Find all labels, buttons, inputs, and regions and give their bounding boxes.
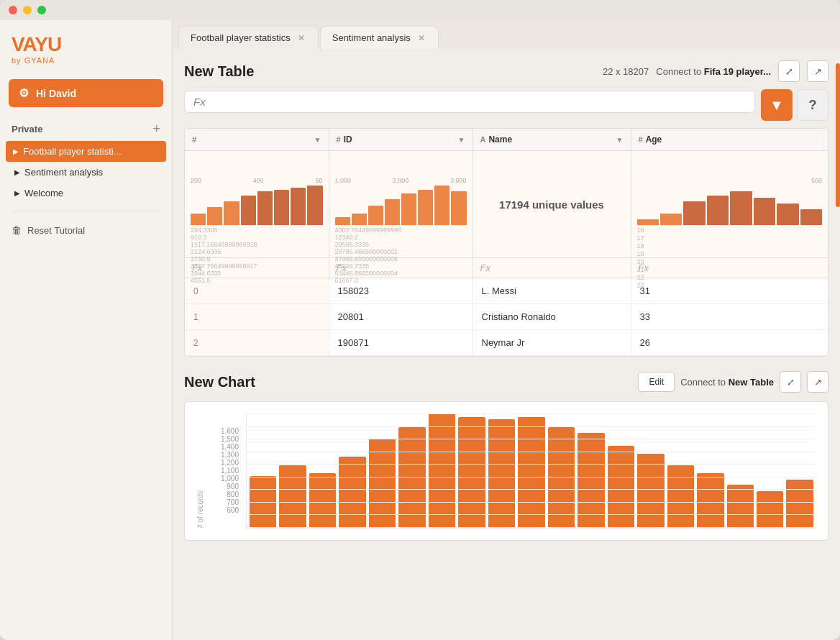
sidebar-item-welcome-label: Welcome bbox=[24, 188, 63, 198]
sidebar: VAYU by GYANA ⚙ Hi David Private + ▶ Foo… bbox=[0, 20, 173, 640]
chart-expand-button[interactable]: ⤢ bbox=[780, 371, 801, 393]
chart-bars-area bbox=[246, 413, 816, 529]
col-index-sort[interactable]: ▼ bbox=[314, 136, 321, 144]
private-section-header: Private + bbox=[0, 113, 172, 141]
table-meta: 22 x 18207 Connect to Fifa 19 player... … bbox=[603, 60, 828, 82]
chart-bar bbox=[667, 465, 694, 528]
chart-edit-button[interactable]: Edit bbox=[638, 372, 675, 392]
fx-bar-label: Fx bbox=[193, 96, 206, 108]
col-index-histogram: 200 400 60 bbox=[188, 175, 326, 233]
row-1-idx: 1 bbox=[185, 304, 329, 330]
chart-export-button[interactable]: ↗ bbox=[807, 371, 828, 393]
row-0-name: L. Messi bbox=[472, 278, 631, 304]
tab-sentiment-close[interactable]: ✕ bbox=[416, 33, 426, 43]
vayu-logo: VAYU bbox=[12, 33, 160, 56]
logo-area: VAYU by GYANA bbox=[0, 20, 172, 73]
help-button[interactable]: ? bbox=[797, 89, 828, 121]
scrollbar-thumb[interactable] bbox=[836, 63, 840, 207]
row-2-name: Neymar Jr bbox=[472, 330, 631, 356]
chart-bar bbox=[608, 446, 634, 528]
connect-target: Fifa 19 player... bbox=[704, 66, 771, 77]
hi-david-label: Hi David bbox=[36, 88, 76, 99]
tabs-bar: Football player statistics ✕ Sentiment a… bbox=[173, 20, 840, 49]
by-gyana-label: by GYANA bbox=[12, 56, 160, 65]
tab-football-label: Football player statistics bbox=[191, 32, 291, 43]
chart-connect-text: Connect to New Table bbox=[680, 377, 774, 388]
col-header-name: A Name ▼ bbox=[472, 129, 631, 151]
hi-david-button[interactable]: ⚙ Hi David bbox=[9, 79, 163, 107]
chart-bar bbox=[518, 417, 544, 528]
chart-bar bbox=[727, 485, 754, 528]
sidebar-item-welcome[interactable]: ▶ Welcome bbox=[0, 183, 172, 204]
sidebar-divider bbox=[12, 211, 160, 211]
connect-text: Connect to Fifa 19 player... bbox=[656, 66, 771, 77]
gear-icon: ⚙ bbox=[19, 86, 29, 100]
histogram-row: 200 400 60 bbox=[185, 151, 828, 258]
fx-bar: Fx bbox=[184, 91, 755, 113]
row-2-age: 26 bbox=[631, 330, 828, 356]
table-row: 1 20801 Cristiano Ronaldo 33 bbox=[185, 304, 828, 330]
sidebar-item-football[interactable]: ▶ Football player statisti... bbox=[6, 141, 166, 162]
col-age-histogram: 500 bbox=[634, 175, 826, 233]
sidebar-item-sentiment[interactable]: ▶ Sentiment analysis bbox=[0, 162, 172, 183]
chart-y-axis: 1,600 1,500 1,400 1,300 1,200 1,100 1,00… bbox=[210, 427, 239, 529]
chart-bar bbox=[548, 427, 575, 528]
col-age-hist-bars bbox=[637, 186, 823, 225]
tab-sentiment-label: Sentiment analysis bbox=[332, 32, 411, 43]
table-expand-button[interactable]: ⤢ bbox=[778, 60, 800, 82]
main-content: Football player statistics ✕ Sentiment a… bbox=[173, 20, 840, 640]
chart-wrapper: # of records 1,600 1,500 1,400 1,300 1,2… bbox=[184, 401, 828, 541]
chart-bar bbox=[250, 476, 276, 528]
col-id-hist-bars bbox=[335, 186, 467, 225]
chart-bar bbox=[697, 473, 723, 528]
maximize-window-btn[interactable] bbox=[37, 6, 46, 14]
scrollbar-track[interactable] bbox=[836, 63, 840, 640]
chart-bar bbox=[398, 427, 425, 528]
chart-bar bbox=[458, 417, 485, 528]
chart-main bbox=[246, 413, 816, 529]
add-private-button[interactable]: + bbox=[152, 122, 160, 137]
col-id-sort[interactable]: ▼ bbox=[458, 136, 465, 144]
filter-button[interactable]: ▼ bbox=[761, 89, 793, 121]
chart-section: New Chart Edit Connect to New Table ⤢ ↗ bbox=[184, 371, 828, 541]
chart-bar bbox=[488, 419, 515, 528]
reset-tutorial-button[interactable]: 🗑 Reset Tutorial bbox=[0, 219, 172, 242]
chart-bar bbox=[757, 491, 783, 528]
chevron-right-icon-2: ▶ bbox=[14, 168, 20, 176]
titlebar bbox=[0, 0, 840, 20]
table-export-button[interactable]: ↗ bbox=[807, 60, 828, 82]
sidebar-item-football-label: Football player statisti... bbox=[23, 146, 122, 157]
data-table: # ▼ # ID bbox=[185, 129, 828, 356]
col-id-label: ID bbox=[344, 134, 352, 145]
chart-section-header: New Chart Edit Connect to New Table ⤢ ↗ bbox=[184, 371, 828, 393]
col-header-age: # Age bbox=[631, 129, 828, 151]
chart-bar bbox=[309, 473, 336, 528]
main-scroll-area[interactable]: New Table 22 x 18207 Connect to Fifa 19 … bbox=[173, 49, 840, 640]
row-1-name: Cristiano Ronaldo bbox=[472, 304, 631, 330]
tab-football[interactable]: Football player statistics ✕ bbox=[178, 26, 319, 49]
table-row: 2 190871 Neymar Jr 26 bbox=[185, 330, 828, 356]
col-name-sort[interactable]: ▼ bbox=[616, 136, 624, 144]
fx-col-name: Fx bbox=[472, 258, 631, 278]
table-title: New Table bbox=[184, 63, 254, 80]
row-2-idx: 2 bbox=[185, 330, 329, 356]
chart-bar bbox=[637, 454, 664, 528]
minimize-window-btn[interactable] bbox=[23, 6, 32, 14]
chart-y-axis-label: # of records bbox=[196, 490, 204, 529]
app-body: VAYU by GYANA ⚙ Hi David Private + ▶ Foo… bbox=[0, 20, 840, 640]
trash-icon: 🗑 bbox=[12, 224, 22, 236]
tab-football-close[interactable]: ✕ bbox=[296, 33, 306, 43]
fx-input[interactable] bbox=[213, 96, 746, 107]
col-name-label: Name bbox=[488, 134, 512, 145]
close-window-btn[interactable] bbox=[9, 6, 17, 14]
col-index-hist-bars bbox=[191, 186, 323, 225]
tab-sentiment[interactable]: Sentiment analysis ✕ bbox=[320, 26, 439, 49]
fx-actions: ▼ ? bbox=[761, 89, 828, 121]
table-header-row: # ▼ # ID bbox=[185, 129, 828, 151]
chart-bar bbox=[339, 457, 365, 528]
col-age-label: Age bbox=[646, 134, 662, 145]
chart-title: New Chart bbox=[184, 374, 255, 390]
row-1-age: 33 bbox=[631, 304, 828, 330]
col-name-unique: 17194 unique values bbox=[476, 154, 628, 255]
col-header-id: # ID ▼ bbox=[329, 129, 472, 151]
